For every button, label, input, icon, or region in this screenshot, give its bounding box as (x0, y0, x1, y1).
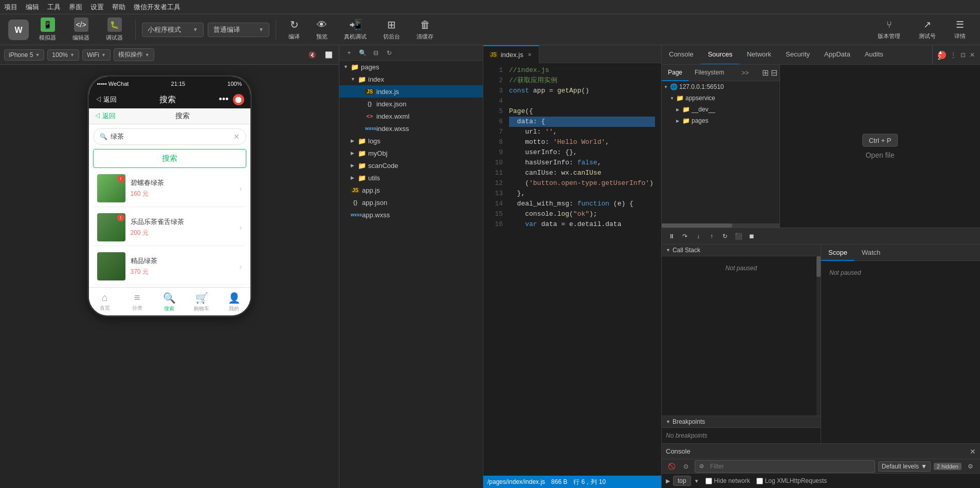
src-tree-item-pages[interactable]: ▶ 📁 pages (662, 115, 779, 126)
src-tree-item-dev[interactable]: ▶ 📁 __dev__ (662, 104, 779, 115)
src-tree-item-appservice[interactable]: ▼ 📁 appservice (662, 92, 779, 104)
tree-item-index[interactable]: ▼ 📁 index (339, 73, 483, 85)
device-selector[interactable]: iPhone 5 ▼ (4, 49, 44, 61)
editor-button[interactable]: </> 编辑器 (66, 15, 96, 44)
chevron-down-icon[interactable]: ▼ (666, 419, 670, 424)
sources-left-tab-more[interactable]: >> (737, 69, 753, 77)
step-out-button[interactable]: ↑ (706, 231, 717, 242)
version-mgr-button[interactable]: ⑂ 版本管理 (872, 17, 906, 42)
menu-item-help[interactable]: 帮助 (112, 3, 125, 12)
options-button[interactable]: ••• (219, 94, 229, 105)
search-button[interactable]: 搜索 (93, 149, 246, 168)
simulator-button[interactable]: 📱 模拟器 (33, 15, 62, 44)
backend-button[interactable]: ⊞ 切后台 (377, 16, 406, 43)
console-filter-input[interactable] (706, 462, 870, 471)
tab-security[interactable]: Security (778, 45, 817, 65)
scope-tab[interactable]: Scope (821, 245, 855, 261)
search-input-container[interactable]: 🔍 绿茶 ✕ (93, 128, 246, 145)
operation-selector[interactable]: 模拟操作 ▼ (114, 48, 154, 61)
src-tree-item-root[interactable]: ▼ 🌐 127.0.0.1:56510 (662, 81, 779, 92)
menu-item-settings[interactable]: 设置 (90, 3, 104, 12)
tab-appdata[interactable]: AppData (817, 45, 858, 65)
menu-item-wechat-devtools[interactable]: 微信开发者工具 (134, 3, 180, 12)
chevron-down-icon[interactable]: ▼ (666, 248, 670, 253)
log-xhr-checkbox[interactable]: Log XMLHttpRequests (756, 477, 827, 484)
sources-options-icon[interactable]: ⊞ (762, 68, 769, 78)
step-over-button[interactable]: ↷ (679, 231, 691, 242)
debugger-button[interactable]: 🐛 调试器 (100, 15, 129, 44)
rotate-button[interactable]: ⬜ (322, 49, 335, 61)
tree-item-scancode[interactable]: ▶ 📁 scanCode (339, 159, 483, 172)
tree-item-app-json[interactable]: {} app.json (339, 196, 483, 209)
nav-item-category[interactable]: ≡ 分类 (121, 288, 153, 315)
console-close-button[interactable]: ✕ (970, 447, 976, 456)
network-selector[interactable]: WiFi ▼ (82, 49, 111, 61)
menu-item-project[interactable]: 项目 (4, 3, 17, 12)
real-device-button[interactable]: 📲 真机调试 (338, 16, 373, 43)
tree-item-myobj[interactable]: ▶ 📁 myObj (339, 147, 483, 159)
clear-button[interactable]: 🗑 清缓存 (410, 17, 440, 43)
refresh-tree-button[interactable]: ↻ (384, 47, 395, 59)
menu-item-edit[interactable]: 编辑 (26, 3, 39, 12)
step-into-button[interactable]: ↓ (693, 231, 704, 242)
close-devtools-icon[interactable]: ✕ (970, 51, 975, 59)
tab-index-js[interactable]: JS index.js ✕ (483, 45, 539, 63)
step-button[interactable]: ↻ (719, 231, 731, 242)
tree-item-app-wxss[interactable]: wxss app.wxss (339, 209, 483, 221)
horizontal-scrollbar[interactable] (662, 223, 779, 228)
code-area[interactable]: 12345 678910 1112131415 16 //index.js //… (483, 63, 661, 476)
clear-search-icon[interactable]: ✕ (233, 133, 240, 141)
tab-audits[interactable]: Audits (858, 45, 891, 65)
clear-console-button[interactable]: 🚫 (666, 461, 677, 472)
menu-item-tools[interactable]: 工具 (47, 3, 61, 12)
list-item[interactable]: ! 乐品乐茶雀舌绿茶 200 元 › (93, 209, 246, 246)
hide-network-input[interactable] (705, 478, 712, 484)
nav-item-cart[interactable]: 🛒 购物车 (186, 288, 218, 315)
toggle-filter-button[interactable]: ⊙ (680, 461, 692, 472)
hidden-count-badge[interactable]: 2 hidden (934, 463, 961, 470)
add-file-button[interactable]: + (343, 47, 355, 59)
back-nav-button[interactable]: ◁ 返回 (94, 111, 116, 121)
top-context-selector[interactable]: ▶ top ▼ (666, 476, 699, 486)
tree-item-utils[interactable]: ▶ 📁 utils (339, 172, 483, 184)
deactivate-breakpoints-button[interactable]: ⬛ (733, 231, 744, 242)
tree-item-index-json[interactable]: {} index.json (339, 98, 483, 110)
preview-button[interactable]: 👁 预览 (310, 17, 334, 43)
devtools-more-actions[interactable]: ▲ 2 ⋮ ⊡ ✕ (932, 45, 980, 65)
tab-network[interactable]: Network (739, 45, 778, 65)
record-button[interactable]: ⏺ (233, 94, 244, 105)
nav-item-home[interactable]: ⌂ 首页 (89, 288, 121, 315)
log-xhr-input[interactable] (756, 478, 763, 484)
nav-item-search[interactable]: 🔍 搜索 (153, 288, 186, 315)
tree-item-logs[interactable]: ▶ 📁 logs (339, 135, 483, 147)
pause-on-exceptions-button[interactable]: ⏹ (746, 231, 757, 242)
pause-button[interactable]: ⏸ (666, 231, 677, 242)
collapse-tree-button[interactable]: ⊟ (370, 47, 382, 59)
console-settings-button[interactable]: ⚙ (965, 461, 976, 472)
tree-item-index-js[interactable]: JS index.js (339, 85, 483, 98)
call-stack-scrollbar[interactable] (816, 256, 821, 416)
hide-network-checkbox[interactable]: Hide network (705, 477, 750, 484)
mute-button[interactable]: 🔇 (306, 49, 318, 61)
top-label[interactable]: top (673, 476, 691, 486)
back-button[interactable]: ◁ 返回 (95, 95, 117, 104)
tab-console[interactable]: Console (662, 45, 701, 65)
sources-tab-filesystem[interactable]: Filesystem (688, 65, 730, 81)
tab-close-button[interactable]: ✕ (527, 51, 533, 59)
list-item[interactable]: ! 碧螺春绿茶 160 元 › (93, 170, 246, 207)
console-level-dropdown[interactable]: Default levels ▼ (878, 461, 931, 472)
test-button[interactable]: ↗ 测试号 (913, 17, 942, 42)
sources-layout-icon[interactable]: ⊟ (771, 68, 777, 78)
watch-tab[interactable]: Watch (855, 245, 887, 261)
tab-sources[interactable]: Sources (701, 45, 740, 65)
mode-dropdown[interactable]: 小程序模式 ▼ (142, 23, 204, 37)
tree-item-app-js[interactable]: JS app.js (339, 184, 483, 196)
tree-item-index-wxss[interactable]: wxss index.wxss (339, 122, 483, 135)
sources-tab-page[interactable]: Page (662, 65, 688, 81)
tree-item-index-wxml[interactable]: <> index.wxml (339, 110, 483, 122)
refresh-button[interactable]: ↻ 编译 (282, 16, 306, 43)
details-button[interactable]: ☰ 详情 (948, 17, 972, 42)
tree-item-pages[interactable]: ▼ 📁 pages (339, 61, 483, 73)
code-content[interactable]: //index.js //获取应用实例 const app = getApp()… (509, 65, 661, 474)
list-item[interactable]: 精品绿茶 370 元 › (93, 248, 246, 285)
